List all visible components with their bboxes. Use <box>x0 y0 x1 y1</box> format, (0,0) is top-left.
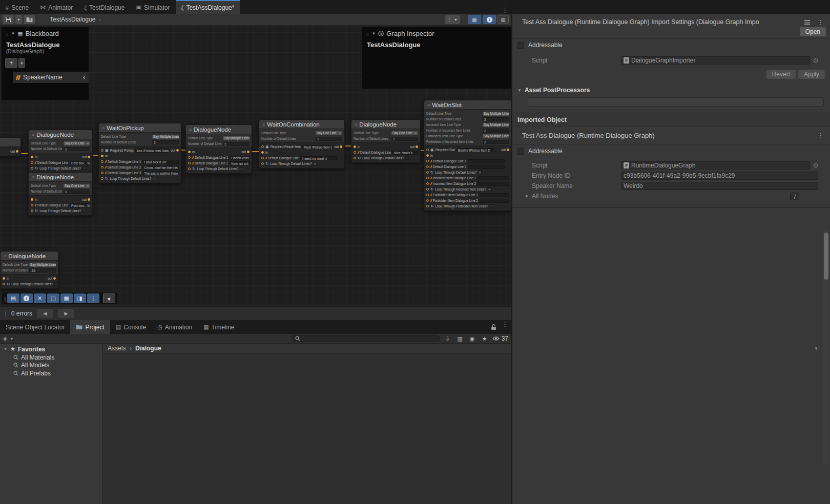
property-field[interactable]: 2 <box>483 129 509 133</box>
property-dropdown[interactable]: Say One Line▼ <box>64 184 90 188</box>
previous-error-button[interactable]: ◀ <box>37 309 53 318</box>
property-dropdown[interactable]: Say One Line▼ <box>64 141 90 145</box>
port-icon[interactable] <box>426 182 429 185</box>
port-icon[interactable] <box>31 161 33 164</box>
more-button[interactable]: ⋮ <box>87 293 99 303</box>
transition-button[interactable]: ◨ <box>74 293 86 303</box>
port-checkbox[interactable] <box>240 167 243 171</box>
input-port-icon[interactable] <box>101 155 103 157</box>
object-picker-icon[interactable]: ⊙ <box>813 57 818 64</box>
bottom-tab-console[interactable]: ▤Console <box>110 320 152 334</box>
tab-testdialogue[interactable]: ζTestDialogue <box>78 0 130 14</box>
tools-button[interactable]: ✕ <box>34 293 46 303</box>
bottom-tab-animation[interactable]: ◷Animation <box>152 320 198 334</box>
add-property-button[interactable]: + <box>5 58 17 68</box>
property-dropdown[interactable]: Say Multiple Lines▼ <box>223 136 250 140</box>
node-title-bar[interactable]: ≡WaitOnSlot <box>424 100 511 110</box>
graph-node-dialoguenode[interactable]: ≡DialogueNodeDefault Line TypeSay Multip… <box>185 124 252 174</box>
property-dropdown[interactable]: Say Multiple Lines▼ <box>483 112 509 116</box>
graph-node-dialoguenode[interactable]: ≡DialogueNodeDefault Line TypeSay One Li… <box>28 130 93 173</box>
breadcrumb-item[interactable]: TestAssDialogue <box>50 16 95 23</box>
object-picker-icon[interactable]: ⊙ <box>813 162 818 169</box>
search-by-import-icon[interactable]: ⇩ <box>443 335 452 342</box>
port-value-field[interactable] <box>468 159 505 163</box>
input-port-icon[interactable] <box>31 156 33 158</box>
port-value-field[interactable]: Bonfire (Pickup Item D <box>457 148 493 152</box>
output-port-icon[interactable] <box>176 149 179 152</box>
graph-inspector-panel[interactable]: ≡ ▼ i Graph Inspector TestAssDialogue <box>362 27 511 89</box>
input-port-icon[interactable] <box>31 198 33 201</box>
property-dropdown[interactable]: Say Multiple Lines▼ <box>29 263 56 267</box>
node-title-bar[interactable]: ≡WaitOnPickup <box>99 123 181 133</box>
toolbar-drag-handle[interactable]: || <box>4 296 5 302</box>
favorites-header[interactable]: ▼★Favorites <box>0 345 102 353</box>
scrollbar-thumb[interactable] <box>824 233 828 280</box>
output-port[interactable]: out <box>501 148 509 152</box>
project-search-input[interactable] <box>292 335 440 342</box>
port-icon[interactable] <box>188 167 191 170</box>
port-checkbox[interactable] <box>54 282 58 286</box>
port-value-field[interactable] <box>478 176 509 180</box>
graph-node-waitoncombination[interactable]: ≡WaitOnCombinationDefault Line TypeSay O… <box>259 119 345 169</box>
toggle-blackboard-button[interactable]: ▦ <box>468 15 481 24</box>
node-title-bar[interactable]: ≡WaitOnCombination <box>259 120 344 129</box>
toggle-minimap-button[interactable]: ▥ <box>497 15 509 24</box>
port-icon[interactable] <box>354 151 356 154</box>
input-port-icon[interactable] <box>426 154 429 157</box>
graph-node-waitonslot[interactable]: ≡WaitOnSlotDefault Line TypeSay Multiple… <box>424 100 511 211</box>
bottom-tab-scene-object-locator[interactable]: Scene Object Locator <box>0 320 70 334</box>
port-checkbox[interactable] <box>153 177 156 180</box>
port-icon[interactable] <box>31 209 33 212</box>
port-icon[interactable] <box>101 160 103 163</box>
info-button[interactable]: i <box>20 293 33 303</box>
property-dropdown[interactable]: Say Multiple Lines▼ <box>152 135 179 139</box>
toggle-graph-inspector-button[interactable]: i <box>483 15 496 24</box>
property-dropdown[interactable]: Say Multiple Lines▼ <box>483 134 509 138</box>
output-port-icon[interactable] <box>16 150 18 153</box>
property-field[interactable]: 1 <box>316 137 342 141</box>
show-in-project-button[interactable] <box>24 15 35 24</box>
port-icon[interactable] <box>426 160 429 162</box>
all-nodes-foldout[interactable]: ▼ All Nodes 7 <box>512 191 830 201</box>
create-asset-dropdown-icon[interactable]: ▼ <box>10 337 14 341</box>
output-port-icon[interactable] <box>340 145 342 148</box>
inspector-scrollbar[interactable] <box>823 230 829 464</box>
hidden-objects-toggle[interactable]: 37 <box>492 335 508 342</box>
drag-handle-icon[interactable]: ≡ <box>366 31 369 37</box>
output-port-icon[interactable] <box>88 156 90 158</box>
property-field[interactable]: 1 <box>64 190 90 194</box>
property-field[interactable]: -55 <box>29 268 56 272</box>
port-icon[interactable] <box>426 188 429 191</box>
port-value-field[interactable]: Meat (Pickup Item Data) <box>302 145 333 149</box>
property-dropdown[interactable]: Say One Line▼ <box>391 131 418 135</box>
property-field[interactable]: 2 <box>483 117 509 121</box>
node-title-bar[interactable]: ≡StartNode <box>0 138 20 147</box>
graph-options-button[interactable]: ⋮▼ <box>445 15 460 24</box>
collapse-arrow-icon[interactable]: ▼ <box>371 31 376 36</box>
port-value-field[interactable]: Now, go out, <box>230 161 250 165</box>
graph-node-waitonpickup[interactable]: ≡WaitOnPickupDefault Line TypeSay Multip… <box>98 123 181 183</box>
output-port[interactable]: out <box>334 145 342 149</box>
port-icon[interactable] <box>426 149 429 151</box>
port-checkbox[interactable] <box>82 166 86 170</box>
tab-testassdialogue[interactable]: ζTestAssDialogue* <box>176 0 240 14</box>
compass-button[interactable]: ► <box>103 293 115 303</box>
port-icon[interactable] <box>426 177 429 179</box>
port-icon[interactable] <box>3 283 5 285</box>
output-port[interactable]: out <box>410 145 418 149</box>
port-icon[interactable] <box>426 205 429 207</box>
output-port-icon[interactable] <box>507 149 509 151</box>
output-port[interactable]: out <box>48 277 56 280</box>
port-value-field[interactable] <box>480 193 509 197</box>
port-icon[interactable] <box>101 172 103 174</box>
port-value-field[interactable] <box>468 165 505 169</box>
port-icon[interactable] <box>426 199 429 202</box>
addressable-checkbox[interactable] <box>517 42 524 49</box>
port-icon[interactable] <box>101 166 103 169</box>
port-icon[interactable] <box>426 171 429 174</box>
addressable-checkbox[interactable] <box>517 148 524 155</box>
path-root[interactable]: Assets <box>108 345 126 352</box>
port-value-field[interactable]: I said pick it up! <box>142 160 179 164</box>
blackboard-panel[interactable]: ≡ ▼ ▦ Blackboard TestAssDialogue (Dialog… <box>1 27 89 100</box>
output-port-icon[interactable] <box>416 145 418 148</box>
